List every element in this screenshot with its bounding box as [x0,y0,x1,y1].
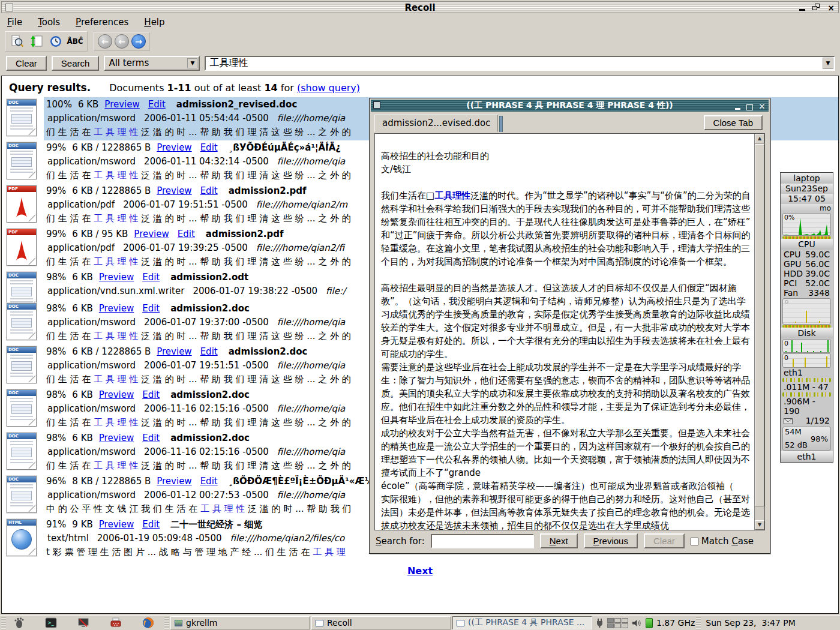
search-button[interactable]: Search [52,56,100,71]
preview-link[interactable]: Preview [104,99,139,110]
tasklist-handle[interactable] [164,617,169,629]
find-input[interactable] [431,534,534,548]
preview-titlebar[interactable]: ((工 PHRASE 4 具 PHRASE 4 理 PHRASE 4 性)) ✕ [371,100,769,112]
preview-link[interactable]: Preview [134,229,169,239]
preview-minimize-icon[interactable] [733,103,742,110]
scroll-up-icon[interactable]: ▲ [755,134,764,143]
menu-preferences[interactable]: Preferences [76,17,128,28]
results-header: Query results. Documents 1-11 out of at … [2,76,838,97]
gkrellm-window[interactable]: laptop Sun23Sep 15:47 05 mo 0% CPU CPU59… [780,172,833,463]
preview-link[interactable]: Preview [99,519,134,530]
edit-link[interactable]: Edit [200,346,218,357]
snippet-text: 们 生 活 在 [46,170,94,181]
preview-link[interactable]: Preview [157,346,191,357]
volume-icon[interactable] [632,619,642,627]
first-page-icon[interactable]: ← [98,34,112,49]
clock-handle[interactable] [696,617,701,629]
typewriter-icon[interactable] [107,616,125,630]
next-page-link[interactable]: Next [2,565,838,577]
close-icon[interactable]: × [826,4,836,12]
edit-link[interactable]: Edit [142,433,160,443]
show-query-link[interactable]: (show query) [297,82,360,94]
snippet-text: 们 生 活 在 [46,417,94,428]
edit-link[interactable]: Edit [148,99,166,110]
preview-link[interactable]: Preview [157,185,191,196]
net-tx-chart [782,392,831,397]
search-mode-select[interactable]: All terms ▼ [104,56,200,71]
menu-help[interactable]: Help [144,17,164,28]
result-filename: ¸ßУÕÐÉúµÄÉç»á¹¦ÄܺÍÄ¿ [229,142,341,153]
preview-link[interactable]: Preview [157,142,191,153]
close-tab-button[interactable]: Close Tab [704,115,763,130]
edit-link[interactable]: Edit [178,229,195,239]
preview-link[interactable]: Preview [99,389,134,400]
preview-link[interactable]: Preview [99,433,134,443]
preview-text[interactable]: 高校招生的社会功能和目的 文/钱江 我们生活在□工具理性泛滥的时代。作为“世之显… [375,134,754,530]
firefox-icon[interactable] [139,616,157,630]
restore-icon[interactable] [812,4,821,12]
result-filename: admission2_revised.doc [176,99,298,110]
task-button-gkrellm[interactable]: gkrellm [170,616,310,629]
match-case-checkbox[interactable] [691,538,698,545]
preview-close-icon[interactable]: ✕ [758,102,766,111]
preview-findbar: Search for: Next Previous Clear Match Ca… [370,530,770,551]
chevron-down-icon[interactable]: ▼ [187,58,197,68]
snippet-text: 们 生 活 在 [46,213,94,224]
pdf-file-icon: PDF [7,229,37,266]
gkrellm-time: 15:47 05 [781,194,833,204]
edit-link[interactable]: Edit [142,272,160,283]
sort-parameters-icon[interactable] [28,34,45,49]
mime-type: application/pdf [47,242,115,253]
result-icon-cell: DOC [7,474,44,517]
lock-screen-icon[interactable] [74,616,92,630]
task-button-recoll[interactable]: Recoll [311,616,451,629]
preview-maximize-icon[interactable] [746,104,753,110]
file-size: 8 KB / 1228865 B [72,476,151,487]
cpu-frequency-icon[interactable] [646,618,653,628]
preview-tab[interactable]: admission2...evised.doc [374,115,498,132]
match-case-option[interactable]: Match Case [691,536,754,547]
cpu-caption: CPU [781,239,833,250]
file-date: 2006-01-12 00:27:53 -0500 [144,490,269,500]
recoll-titlebar[interactable]: Recoll × [1,1,839,13]
preview-paragraph: 泛滥的时代。作为“世之显学”的诸种以“事实”与“价值”的二分为荣的自然科学和社会… [381,190,751,530]
result-icon-cell: DOC [7,270,44,301]
find-next-button[interactable]: Next [540,533,578,548]
term-explorer-icon[interactable]: ÅBĈ [67,34,83,49]
search-term-highlight: 工 具 理 性 [94,417,138,428]
edit-link[interactable]: Edit [142,389,160,400]
preview-link[interactable]: Preview [157,476,191,487]
edit-link[interactable]: Edit [142,303,160,314]
next-page-icon[interactable]: → [131,34,146,49]
menu-tools[interactable]: Tools [38,17,60,28]
edit-link[interactable]: Edit [200,142,218,153]
edit-link[interactable]: Edit [200,476,218,487]
scroll-down-icon[interactable]: ▼ [755,520,764,530]
terminal-icon[interactable]: >_ [42,616,60,630]
preview-link[interactable]: Preview [99,303,134,314]
query-history-chevron-icon[interactable]: ▼ [823,58,833,69]
power-plug-icon[interactable] [596,618,604,628]
edit-link[interactable]: Edit [200,185,218,196]
gnome-menu-icon[interactable] [10,616,28,630]
preview-scrollbar[interactable]: ▲ ▼ [754,134,764,530]
snippet-text: 泛 滥 的 时 ... 帮 助 我 们 理 清 这 些 纷 ... 之 外 的 [138,256,350,267]
task-button-preview[interactable]: ((工 PHRASE 4 具 PHRASE ... [452,616,592,629]
query-input[interactable]: 工具理性 ▼ [205,56,835,71]
menu-file[interactable]: File [7,17,22,28]
relevance-percent: 98% [46,389,66,400]
panel-handle[interactable] [1,617,6,629]
workspace-pager[interactable] [607,618,628,628]
scrollbar-thumb[interactable] [755,144,764,506]
find-previous-button[interactable]: Previous [584,533,638,548]
edit-link[interactable]: Edit [142,519,160,530]
minimize-icon[interactable] [797,4,807,12]
tab-indicator [499,116,503,132]
clear-button[interactable]: Clear [6,56,47,71]
previous-page-icon[interactable]: ← [115,34,129,49]
taskbar-clock[interactable]: Sun Sep 23, 3:47 PM [702,618,800,628]
document-history-icon[interactable] [47,34,64,49]
preview-link[interactable]: Preview [99,272,134,283]
gkrellm-corner-label: mo [781,204,833,212]
advanced-search-icon[interactable] [9,34,26,49]
